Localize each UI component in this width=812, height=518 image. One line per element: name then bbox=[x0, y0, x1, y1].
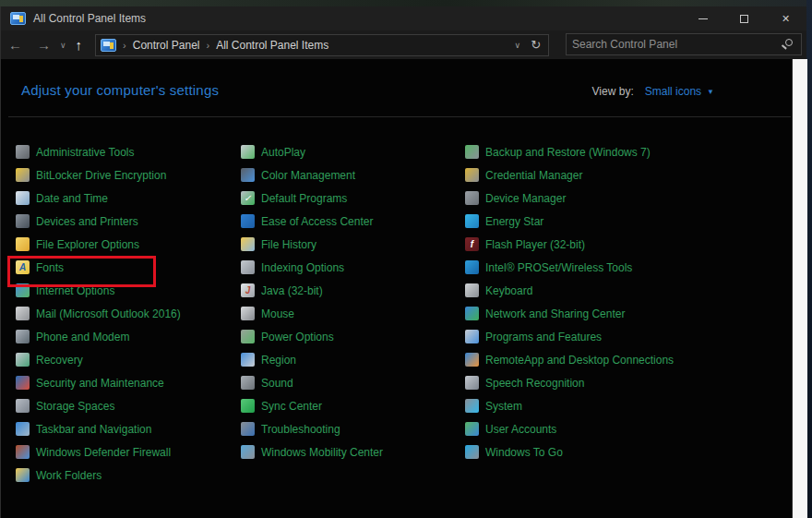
defender-firewall-icon bbox=[16, 445, 30, 459]
list-item[interactable]: Sound bbox=[241, 371, 455, 394]
window-controls: ✕ bbox=[682, 6, 806, 30]
list-item[interactable]: BitLocker Drive Encryption bbox=[16, 163, 230, 187]
item-label: Sound bbox=[261, 377, 293, 390]
items-column-3: Backup and Restore (Windows 7)Credential… bbox=[465, 140, 742, 464]
list-item[interactable]: Speech Recognition bbox=[465, 371, 742, 394]
minimize-button[interactable] bbox=[682, 6, 723, 30]
control-panel-icon bbox=[10, 12, 26, 25]
administrative-tools-icon bbox=[16, 145, 30, 159]
java-icon: J bbox=[241, 283, 255, 297]
search-icon[interactable] bbox=[785, 39, 793, 46]
list-item[interactable]: Backup and Restore (Windows 7) bbox=[465, 140, 742, 163]
list-item[interactable]: Credential Manager bbox=[465, 163, 742, 187]
list-item[interactable]: File History bbox=[241, 233, 455, 256]
list-item[interactable]: Storage Spaces bbox=[16, 394, 230, 417]
recent-locations-button[interactable]: ∨ bbox=[58, 41, 68, 50]
list-item[interactable]: Ease of Access Center bbox=[241, 210, 455, 233]
sound-icon bbox=[241, 376, 255, 390]
item-label: Windows Mobility Center bbox=[261, 446, 383, 459]
list-item[interactable]: Date and Time bbox=[16, 187, 230, 210]
keyboard-icon bbox=[465, 283, 479, 297]
search-input[interactable] bbox=[572, 34, 770, 54]
back-button[interactable]: ← bbox=[1, 37, 30, 53]
list-item[interactable]: Intel® PROSet/Wireless Tools bbox=[465, 256, 742, 279]
item-label: Keyboard bbox=[485, 284, 532, 297]
back-arrow-icon: ← bbox=[8, 37, 22, 53]
item-label: Intel® PROSet/Wireless Tools bbox=[485, 261, 632, 274]
window-title: All Control Panel Items bbox=[33, 12, 146, 25]
desktop-wallpaper-strip bbox=[0, 0, 812, 6]
item-label: Date and Time bbox=[36, 192, 108, 205]
forward-button[interactable]: → bbox=[30, 37, 58, 53]
list-item[interactable]: Phone and Modem bbox=[16, 325, 230, 348]
list-item[interactable]: System bbox=[465, 394, 742, 417]
titlebar[interactable]: All Control Panel Items ✕ bbox=[1, 6, 806, 30]
item-label: AutoPlay bbox=[261, 146, 305, 159]
taskbar-navigation-icon bbox=[16, 422, 30, 436]
list-item[interactable]: File Explorer Options bbox=[16, 233, 230, 256]
up-button[interactable]: ↑ bbox=[68, 37, 90, 53]
refresh-button[interactable]: ↻ bbox=[527, 38, 544, 52]
item-label: Mail (Microsoft Outlook 2016) bbox=[36, 307, 181, 320]
list-item[interactable]: Programs and Features bbox=[465, 325, 742, 348]
list-item[interactable]: AutoPlay bbox=[241, 140, 455, 163]
list-item[interactable]: Windows Mobility Center bbox=[241, 440, 455, 464]
item-label: Energy Star bbox=[485, 215, 543, 228]
item-label: Backup and Restore (Windows 7) bbox=[485, 146, 651, 159]
backup-restore-icon bbox=[465, 145, 479, 159]
device-manager-icon bbox=[465, 191, 479, 205]
item-label: Color Management bbox=[261, 169, 355, 182]
dropdown-arrow-icon[interactable]: ▼ bbox=[707, 88, 714, 96]
item-label: Java (32-bit) bbox=[261, 284, 323, 297]
item-label: Indexing Options bbox=[261, 261, 344, 274]
list-item[interactable]: Energy Star bbox=[465, 210, 742, 233]
remoteapp-icon bbox=[465, 353, 479, 367]
intel-proset-icon bbox=[465, 260, 479, 274]
list-item[interactable]: Administrative Tools bbox=[16, 140, 230, 163]
close-button[interactable]: ✕ bbox=[765, 6, 806, 30]
address-bar[interactable]: › Control Panel › All Control Panel Item… bbox=[95, 34, 549, 56]
address-dropdown-button[interactable]: ∨ bbox=[508, 41, 528, 50]
energy-star-icon bbox=[465, 214, 479, 228]
phone-modem-icon bbox=[16, 330, 30, 343]
list-item[interactable]: Taskbar and Navigation bbox=[16, 417, 230, 440]
breadcrumb-all-items[interactable]: All Control Panel Items bbox=[216, 39, 328, 52]
list-item[interactable]: Indexing Options bbox=[241, 256, 455, 279]
list-item[interactable]: RemoteApp and Desktop Connections bbox=[465, 348, 742, 371]
list-item[interactable]: Devices and Printers bbox=[16, 210, 230, 233]
devices-printers-icon bbox=[16, 214, 30, 228]
list-item[interactable]: Color Management bbox=[241, 163, 455, 187]
mouse-icon bbox=[241, 307, 255, 320]
list-item[interactable]: Recovery bbox=[16, 348, 230, 371]
list-item[interactable]: Region bbox=[241, 348, 455, 371]
search-box[interactable] bbox=[566, 33, 802, 55]
list-item[interactable]: Network and Sharing Center bbox=[465, 302, 742, 325]
view-by-dropdown[interactable]: Small icons bbox=[645, 85, 701, 98]
list-item[interactable]: JJava (32-bit) bbox=[241, 279, 455, 302]
color-management-icon bbox=[241, 168, 255, 182]
list-item[interactable]: Work Folders bbox=[16, 464, 230, 487]
list-item[interactable]: Security and Maintenance bbox=[16, 371, 230, 394]
maximize-button[interactable] bbox=[723, 6, 765, 30]
item-label: Network and Sharing Center bbox=[485, 307, 625, 320]
list-item[interactable]: ✓Default Programs bbox=[241, 187, 455, 210]
list-item[interactable]: Windows Defender Firewall bbox=[16, 440, 230, 464]
network-sharing-icon bbox=[465, 307, 479, 320]
list-item[interactable]: User Accounts bbox=[465, 417, 742, 440]
list-item[interactable]: Sync Center bbox=[241, 394, 455, 417]
item-label: Programs and Features bbox=[485, 331, 602, 343]
list-item[interactable]: Device Manager bbox=[465, 187, 742, 210]
item-label: RemoteApp and Desktop Connections bbox=[485, 354, 674, 367]
list-item[interactable]: Mouse bbox=[241, 302, 455, 325]
list-item[interactable]: fFlash Player (32-bit) bbox=[465, 233, 742, 256]
default-programs-icon: ✓ bbox=[241, 191, 255, 205]
list-item[interactable]: Power Options bbox=[241, 325, 455, 348]
scrollbar-gutter[interactable] bbox=[792, 59, 807, 518]
list-item[interactable]: Mail (Microsoft Outlook 2016) bbox=[16, 302, 230, 325]
refresh-icon: ↻ bbox=[531, 38, 541, 52]
list-item[interactable]: Troubleshooting bbox=[241, 417, 455, 440]
list-item[interactable]: Windows To Go bbox=[465, 440, 742, 464]
breadcrumb-separator-icon: › bbox=[116, 40, 133, 51]
list-item[interactable]: Keyboard bbox=[465, 279, 742, 302]
breadcrumb-control-panel[interactable]: Control Panel bbox=[133, 39, 200, 52]
